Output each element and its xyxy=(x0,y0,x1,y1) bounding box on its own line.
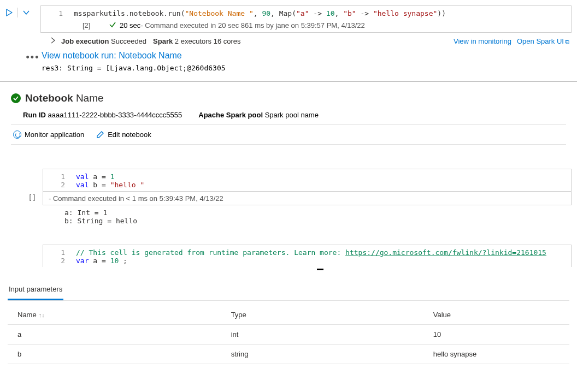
table-row: aint10 xyxy=(8,325,569,345)
col-type-header[interactable]: Type xyxy=(221,305,423,325)
view-in-monitoring-link[interactable]: View in monitoring xyxy=(454,37,511,45)
line-number: 1 xyxy=(49,248,65,257)
divider xyxy=(17,8,18,17)
spark-pool: Apache Spark pool Spark pool name xyxy=(198,111,319,119)
exec-details: - Command executed in < 1 ms on 5:39:43 … xyxy=(43,192,571,205)
col-name-header[interactable]: Name↑↓ xyxy=(8,305,221,325)
cell-status-bar: - Command executed in < 1 ms on 5:39:43 … xyxy=(43,192,572,205)
notebook-title: Notebook Name xyxy=(25,92,104,104)
cell-name: b xyxy=(8,345,221,364)
success-badge-icon xyxy=(11,93,21,103)
job-execution-label: Job execution Succeeded xyxy=(61,37,146,45)
section-divider xyxy=(0,81,577,81)
spark-info: Spark 2 executors 16 cores xyxy=(153,37,240,45)
monitor-application-button[interactable]: Monitor application xyxy=(13,130,84,139)
cell-type: string xyxy=(221,345,423,364)
code-cell[interactable]: 1 // This cell is generated from runtime… xyxy=(43,245,572,267)
code-content: val b = "hello " xyxy=(76,181,144,189)
edit-icon xyxy=(96,130,104,139)
col-value-header[interactable]: Value xyxy=(423,305,569,325)
expand-chevron-icon[interactable] xyxy=(50,37,56,45)
code-content: var a = 10 ; xyxy=(76,257,127,265)
output-text: res3: String = [Ljava.lang.Object;@260d6… xyxy=(42,64,577,72)
table-row: bstringhello synapse xyxy=(8,345,569,364)
scroll-indicator xyxy=(317,269,323,270)
exec-details: - Command executed in 20 sec 861 ms by j… xyxy=(140,21,364,29)
monitor-icon xyxy=(13,130,21,139)
cell-output: a: Int = 1 b: String = hello xyxy=(22,205,572,234)
line-number: 2 xyxy=(49,257,65,265)
cell-value: 10 xyxy=(423,325,569,345)
cell-name: a xyxy=(8,325,221,345)
execution-counter: [ ] xyxy=(22,192,43,201)
external-link-icon: ⧉ xyxy=(565,38,569,45)
run-id: Run ID aaaa1111-2222-bbbb-3333-4444cccc5… xyxy=(23,111,182,119)
cell-type: int xyxy=(221,325,423,345)
code-content: mssparkutils.notebook.run("Notebook Name… xyxy=(74,9,446,17)
tab-input-parameters[interactable]: Input parameters xyxy=(8,282,63,300)
parameters-table: Name↑↓ Type Value aint10bstringhello syn… xyxy=(8,305,569,364)
view-notebook-run-link[interactable]: View notebook run: Notebook Name xyxy=(42,51,577,61)
cell-value: hello synapse xyxy=(423,345,569,364)
run-cell-button[interactable] xyxy=(5,9,13,16)
code-content: val a = 1 xyxy=(76,173,114,181)
code-cell[interactable]: 1 mssparkutils.notebook.run("Notebook Na… xyxy=(40,5,572,33)
line-number: 2 xyxy=(49,181,65,189)
run-menu-chevron-icon[interactable] xyxy=(22,9,30,16)
code-content: // This cell is generated from runtime p… xyxy=(76,248,546,257)
success-check-icon xyxy=(109,21,116,30)
open-spark-ui-link[interactable]: Open Spark UI⧉ xyxy=(517,37,569,45)
edit-notebook-button[interactable]: Edit notebook xyxy=(96,130,151,139)
exec-duration: 20 sec xyxy=(120,21,140,29)
execution-counter: [2] xyxy=(83,21,96,29)
line-number: 1 xyxy=(49,173,65,181)
more-menu-icon[interactable]: ••• xyxy=(24,51,42,63)
code-cell[interactable]: 1 val a = 1 2 val b = "hello " xyxy=(43,169,572,192)
line-number: 1 xyxy=(46,9,63,17)
sort-icon: ↑↓ xyxy=(39,312,45,318)
